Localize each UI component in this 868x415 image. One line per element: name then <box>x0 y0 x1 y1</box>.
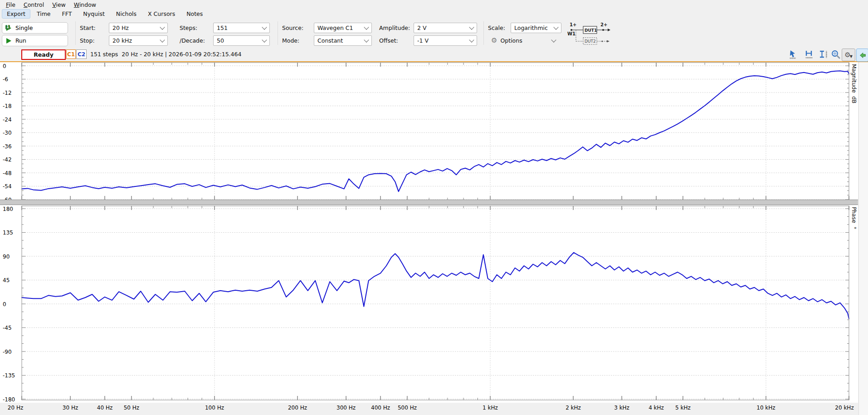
run-play-icon <box>6 38 11 44</box>
menu-view[interactable]: View <box>48 0 70 9</box>
source-label: Source: <box>282 22 303 34</box>
per-decade-combobox[interactable]: 50 <box>213 35 270 46</box>
status-info-text: 151 steps 20 Hz - 20 kHz | 2026-01-09 20… <box>90 49 241 59</box>
steps-combobox[interactable]: 151 <box>213 23 270 33</box>
menubar: FileControlViewWindow <box>0 0 868 9</box>
menu-file[interactable]: File <box>2 0 20 9</box>
mode-label: Mode: <box>282 35 299 46</box>
frequency-axis-labels: 20 Hz30 Hz40 Hz50 Hz100 Hz200 Hz300 Hz40… <box>0 403 858 415</box>
green-left-arrow-icon <box>858 51 867 59</box>
tab-nichols[interactable]: Nichols <box>111 9 141 19</box>
channel-1-badge[interactable]: C1 <box>66 49 76 59</box>
chevron-down-icon <box>160 24 165 29</box>
svg-text:0: 0 <box>3 301 6 308</box>
channel-2-badge[interactable]: C2 <box>76 49 87 59</box>
plot-settings-menu-button[interactable]: ⚙ ▼ <box>842 49 855 61</box>
svg-text:-30: -30 <box>3 130 12 136</box>
tabbar: ExportTimeFFTNyquistNicholsX CursorsNote… <box>0 9 868 19</box>
start-label: Start: <box>80 22 96 34</box>
run-button[interactable]: Run <box>2 35 68 46</box>
chevron-down-icon <box>262 24 267 29</box>
svg-text:90: 90 <box>3 254 10 260</box>
svg-text:-18: -18 <box>3 103 12 109</box>
x-tick-label: 3 kHz <box>614 405 629 411</box>
gear-icon: ⚙ <box>491 35 497 46</box>
svg-text:-6: -6 <box>3 76 8 83</box>
single-play-icon: 1 <box>6 25 11 31</box>
offset-label: Offset: <box>379 35 398 46</box>
collapsed-side-panel <box>858 62 868 415</box>
single-badge: 1 <box>5 25 10 29</box>
scale-combobox[interactable]: Logarithmic <box>511 23 561 33</box>
chevron-down-icon: ▼ <box>850 54 853 59</box>
stop-label: Stop: <box>80 35 95 46</box>
single-button[interactable]: 1 Single <box>2 22 68 34</box>
mode-combobox[interactable]: Constant <box>314 35 372 46</box>
offset-combobox[interactable]: -1 V <box>414 35 477 46</box>
svg-text:-12: -12 <box>3 90 12 96</box>
tab-x-cursors[interactable]: X Cursors <box>143 9 180 19</box>
start-combobox[interactable]: 20 Hz <box>109 23 168 33</box>
menu-control[interactable]: Control <box>20 0 48 9</box>
x-tick-label: 100 Hz <box>205 405 224 411</box>
expand-side-panel-button[interactable] <box>856 49 868 62</box>
x-tick-label: 200 Hz <box>288 405 307 411</box>
svg-text:-54: -54 <box>3 183 12 190</box>
phase-axis-title: Phase ° <box>851 207 857 229</box>
x-tick-label: 10 kHz <box>756 405 775 411</box>
chevron-down-icon <box>160 37 165 42</box>
toolbar-separator <box>75 21 76 45</box>
chevron-down-icon <box>469 37 474 42</box>
x-tick-label: 50 Hz <box>124 405 139 411</box>
tab-fft[interactable]: FFT <box>57 9 77 19</box>
svg-text:-45: -45 <box>3 325 12 331</box>
phase-plot[interactable]: 18013590450-45-90-135-180 <box>0 205 858 403</box>
amplitude-combobox[interactable]: 2 V <box>414 23 477 33</box>
tab-time[interactable]: Time <box>32 9 56 19</box>
source-combobox[interactable]: Wavegen C1 <box>314 23 372 33</box>
diagram-w1-label: W1 <box>567 31 575 36</box>
x-tick-label: 40 Hz <box>97 405 112 411</box>
x-tick-label: 5 kHz <box>675 405 691 411</box>
svg-text:-180: -180 <box>3 396 15 403</box>
horizontal-cursors-icon[interactable] <box>804 49 814 59</box>
chevron-down-icon <box>469 24 474 29</box>
svg-text:135: 135 <box>3 229 13 236</box>
diagram-dut2-label: DUT2 <box>585 39 596 44</box>
x-tick-label: 30 Hz <box>63 405 78 411</box>
x-tick-label: 300 Hz <box>336 405 356 411</box>
tab-export[interactable]: Export <box>2 9 30 19</box>
charts-area: 0-6-12-18-24-30-36-42-48-54-60 180135904… <box>0 62 858 415</box>
svg-text:-24: -24 <box>3 117 12 123</box>
tab-nyquist[interactable]: Nyquist <box>78 9 110 19</box>
network-analyzer-window: FileControlViewWindow ExportTimeFFTNyqui… <box>0 0 868 415</box>
magnitude-axis-title: Magnitude dB <box>851 64 857 103</box>
stop-combobox[interactable]: 20 kHz <box>109 35 168 46</box>
x-tick-label: 400 Hz <box>371 405 390 411</box>
svg-text:-36: -36 <box>3 143 12 150</box>
chevron-down-icon <box>551 37 556 42</box>
svg-text:-42: -42 <box>3 156 12 163</box>
chart-splitter[interactable] <box>0 200 858 205</box>
svg-text:-90: -90 <box>3 349 12 355</box>
statusbar: Ready C1 C2 151 steps 20 Hz - 20 kHz | 2… <box>0 48 868 62</box>
svg-text:0: 0 <box>3 63 6 69</box>
scale-label: Scale: <box>488 22 505 34</box>
zoom-icon[interactable] <box>831 49 842 59</box>
x-tick-label: 4 kHz <box>649 405 664 411</box>
vertical-cursors-icon[interactable] <box>818 49 829 59</box>
dut-wiring-diagram: 1+ W1 DUT1 2+ DUT2 <box>566 21 617 47</box>
menu-window[interactable]: Window <box>70 0 100 9</box>
tab-notes[interactable]: Notes <box>181 9 208 19</box>
diagram-node1-label: 1+ <box>570 22 576 27</box>
amplitude-label: Amplitude: <box>379 22 410 34</box>
x-tick-label: 20 kHz <box>835 405 853 411</box>
x-tick-label: 1 kHz <box>483 405 498 411</box>
toolbar: 1 Single Run Start: 20 Hz Stop: 20 kHz S… <box>0 19 868 48</box>
single-button-label: Single <box>15 24 33 31</box>
toolbar-separator <box>278 21 278 45</box>
chevron-down-icon <box>262 37 267 42</box>
cursor-measure-icon[interactable] <box>788 49 799 59</box>
magnitude-plot[interactable]: 0-6-12-18-24-30-36-42-48-54-60 <box>0 62 858 201</box>
options-dropdown[interactable]: ⚙ Options <box>488 35 561 46</box>
